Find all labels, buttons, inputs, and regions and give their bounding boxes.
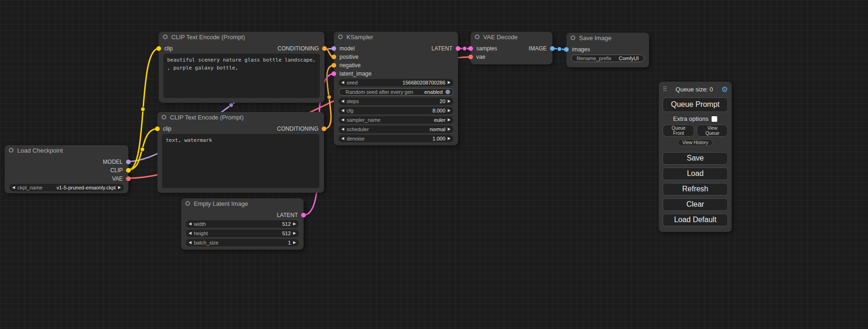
toggle-knob-icon[interactable] [445,90,450,94]
collapse-dot-icon[interactable] [9,148,14,153]
output-slot-image[interactable] [550,46,555,51]
node-title-bar[interactable]: Save Image [566,33,649,43]
increment-arrow-icon[interactable]: ▶ [293,222,296,226]
input-slot-negative[interactable] [332,63,336,68]
increment-arrow-icon[interactable]: ▶ [448,81,451,84]
input-slot-latent-image[interactable] [332,71,336,76]
collapse-dot-icon[interactable] [185,201,190,206]
widget-sampler-name[interactable]: ◀ sampler_name euler ▶ [339,116,453,124]
prompt-textarea[interactable]: beautiful scenery nature glass bottle la… [163,54,320,98]
node-save-image[interactable]: Save Image images filename_prefix ComfyU… [566,33,649,67]
link-dot [229,103,233,107]
node-clip-text-encode-positive[interactable]: CLIP Text Encode (Prompt) clip CONDITION… [159,32,325,103]
input-slot-vae[interactable] [468,55,473,59]
decrement-arrow-icon[interactable]: ◀ [341,137,344,140]
extra-options-checkbox[interactable] [712,116,717,122]
input-slot-images[interactable] [564,47,569,52]
widget-random-seed-toggle[interactable]: Random seed after every gen enabled [339,88,453,96]
node-empty-latent-image[interactable]: Empty Latent Image LATENT ◀ width 512 ▶ … [181,198,303,250]
save-button[interactable]: Save [663,152,728,165]
widget-label: scheduler [346,126,369,132]
node-title-bar[interactable]: VAE Decode [471,32,552,42]
input-slot-clip[interactable] [155,126,160,131]
output-label-latent: LATENT [431,45,452,52]
increment-arrow-icon[interactable]: ▶ [293,231,296,235]
increment-arrow-icon[interactable]: ▶ [118,186,121,189]
clear-button[interactable]: Clear [663,198,728,211]
node-title: VAE Decode [483,34,517,41]
view-history-button[interactable]: View History [678,139,712,146]
load-button[interactable]: Load [663,168,728,180]
widget-width[interactable]: ◀ width 512 ▶ [186,220,299,228]
node-clip-text-encode-negative[interactable]: CLIP Text Encode (Prompt) clip CONDITION… [157,112,324,193]
output-label-conditioning: CONDITIONING [277,45,319,52]
node-vae-decode[interactable]: VAE Decode samples IMAGE vae [471,32,552,64]
collapse-dot-icon[interactable] [571,35,575,40]
widget-denoise[interactable]: ◀ denoise 1.000 ▶ [339,135,453,142]
settings-gear-icon[interactable]: ⚙ [721,85,728,94]
output-slot-latent[interactable] [301,213,306,217]
link-dot [327,95,332,99]
input-label-clip: clip [163,126,171,132]
queue-front-button[interactable]: Queue Front [663,125,694,137]
widget-value: ComfyUI [612,56,639,61]
node-ksampler[interactable]: KSampler model LATENT positive negative … [334,32,458,145]
increment-arrow-icon[interactable]: ▶ [448,137,451,140]
node-load-checkpoint[interactable]: Load Checkpoint MODEL CLIP VAE ◀ ckpt_na… [5,145,128,193]
collapse-dot-icon[interactable] [162,115,166,119]
refresh-button[interactable]: Refresh [663,183,728,196]
output-slot-conditioning[interactable] [322,46,327,51]
output-label-model: MODEL [103,159,123,165]
input-slot-clip[interactable] [156,46,161,51]
load-default-button[interactable]: Load Default [663,214,728,226]
decrement-arrow-icon[interactable]: ◀ [12,186,15,189]
decrement-arrow-icon[interactable]: ◀ [341,81,344,84]
decrement-arrow-icon[interactable]: ◀ [189,241,191,245]
widget-value: 156680208700286 [358,80,445,85]
widget-filename-prefix[interactable]: filename_prefix ComfyUI [571,55,644,62]
decrement-arrow-icon[interactable]: ◀ [341,127,344,131]
collapse-dot-icon[interactable] [475,35,480,39]
input-label-clip: clip [164,45,173,52]
widget-steps[interactable]: ◀ steps 20 ▶ [339,98,453,105]
view-queue-button[interactable]: View Queue [697,125,728,137]
input-slot-samples[interactable] [468,46,473,51]
widget-scheduler[interactable]: ◀ scheduler normal ▶ [339,126,453,133]
collapse-dot-icon[interactable] [163,35,168,39]
widget-value: 20 [359,98,445,104]
node-title-bar[interactable]: CLIP Text Encode (Prompt) [159,32,325,42]
node-graph-canvas[interactable]: Load Checkpoint MODEL CLIP VAE ◀ ckpt_na… [0,0,868,329]
widget-height[interactable]: ◀ height 512 ▶ [186,230,299,237]
decrement-arrow-icon[interactable]: ◀ [189,231,191,235]
widget-cfg[interactable]: ◀ cfg 8.000 ▶ [339,107,453,114]
increment-arrow-icon[interactable]: ▶ [448,99,451,103]
input-label-samples: samples [476,45,497,52]
collapse-dot-icon[interactable] [338,35,343,39]
decrement-arrow-icon[interactable]: ◀ [341,99,344,103]
increment-arrow-icon[interactable]: ▶ [448,109,451,112]
output-slot-model[interactable] [126,160,131,164]
queue-prompt-button[interactable]: Queue Prompt [663,98,728,112]
decrement-arrow-icon[interactable]: ◀ [189,222,191,226]
node-title-bar[interactable]: Empty Latent Image [181,198,303,209]
drag-handle-icon[interactable]: ⠿ [663,85,667,93]
node-title-bar[interactable]: KSampler [334,32,458,42]
decrement-arrow-icon[interactable]: ◀ [341,118,344,122]
increment-arrow-icon[interactable]: ▶ [293,241,296,245]
decrement-arrow-icon[interactable]: ◀ [341,109,344,112]
widget-ckpt-name[interactable]: ◀ ckpt_name v1-5-pruned-emaonly.ckpt ▶ [9,184,124,191]
output-slot-latent[interactable] [456,46,460,51]
widget-batch-size[interactable]: ◀ batch_size 1 ▶ [186,239,299,246]
widget-value: 512 [208,231,291,236]
output-slot-vae[interactable] [126,176,131,181]
increment-arrow-icon[interactable]: ▶ [448,127,451,131]
input-slot-model[interactable] [332,46,336,51]
increment-arrow-icon[interactable]: ▶ [448,118,451,122]
node-title-bar[interactable]: CLIP Text Encode (Prompt) [157,112,324,122]
output-slot-conditioning[interactable] [322,126,326,131]
widget-seed[interactable]: ◀ seed 156680208700286 ▶ [339,79,453,86]
input-slot-positive[interactable] [332,55,336,59]
output-slot-clip[interactable] [126,168,131,173]
prompt-textarea[interactable]: text, watermark [162,134,319,188]
node-title-bar[interactable]: Load Checkpoint [5,145,128,155]
